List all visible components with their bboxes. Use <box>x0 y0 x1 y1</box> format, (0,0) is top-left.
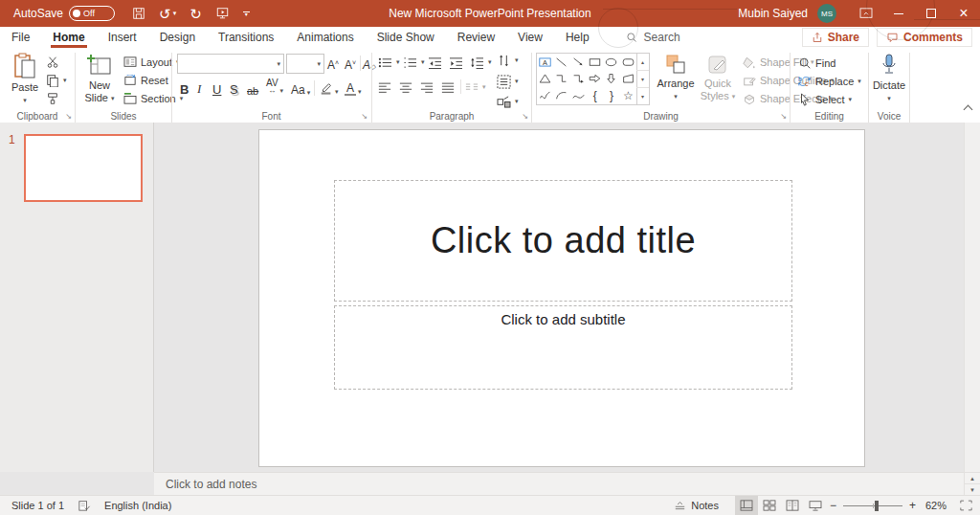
redo-button[interactable]: ↻ <box>189 7 202 21</box>
undo-button[interactable]: ↺ ▾ <box>159 7 176 21</box>
increase-indent-button[interactable] <box>449 54 463 71</box>
convert-to-smartart-button[interactable]: ▾ <box>497 93 519 110</box>
save-button[interactable] <box>132 7 145 20</box>
notes-toggle-button[interactable]: Notes <box>667 496 725 515</box>
zoom-level[interactable]: 62% <box>919 496 953 515</box>
text-shadow-button[interactable]: S <box>230 79 238 97</box>
find-button[interactable]: Find <box>798 55 835 72</box>
tab-view[interactable]: View <box>506 27 554 48</box>
shapes-gallery-scrollbar[interactable]: ▴ ▾ ▾ <box>636 53 650 105</box>
slide-thumbnail[interactable] <box>24 134 143 202</box>
tab-home[interactable]: Home <box>41 27 96 48</box>
slide-sorter-view-button[interactable] <box>758 496 781 515</box>
autosave-control[interactable]: AutoSave Off <box>13 6 115 21</box>
text-direction-button[interactable]: ▾ <box>497 52 519 69</box>
justify-button[interactable] <box>441 78 455 96</box>
restore-button[interactable] <box>915 0 947 27</box>
gallery-more-icon[interactable]: ▾ <box>636 88 649 104</box>
font-name-combobox[interactable]: ▾ <box>177 54 284 74</box>
slide-canvas[interactable]: Click to add title Click to add subtitle <box>258 129 865 467</box>
align-right-button[interactable] <box>420 78 434 96</box>
font-dialog-launcher[interactable]: ↘ <box>361 112 368 121</box>
paragraph-dialog-launcher[interactable]: ↘ <box>522 112 528 121</box>
user-name[interactable]: Mubin Saiyed <box>738 7 808 20</box>
decrease-font-size-button[interactable]: A˅ <box>345 55 356 72</box>
align-center-button[interactable] <box>399 78 412 96</box>
zoom-slider[interactable] <box>843 501 902 511</box>
slide-show-view-button[interactable] <box>804 496 827 515</box>
line-spacing-button[interactable]: ▾ <box>470 54 492 71</box>
share-button[interactable]: Share <box>802 28 869 47</box>
minimize-button[interactable] <box>882 0 915 27</box>
gallery-scroll-up-icon[interactable]: ▴ <box>636 54 649 71</box>
arrange-button[interactable]: Arrange ▾ <box>655 53 697 102</box>
customize-quick-access-toolbar-button[interactable]: ▾ <box>243 11 250 16</box>
spell-check-button[interactable] <box>71 496 98 515</box>
replace-button[interactable]: b c Replace ▾ <box>798 73 861 90</box>
bullets-button[interactable]: ▾ <box>378 54 400 71</box>
decrease-indent-button[interactable] <box>428 54 442 71</box>
quick-styles-button[interactable]: Quick Styles ▾ <box>697 53 739 102</box>
tab-insert[interactable]: Insert <box>97 27 148 48</box>
italic-button[interactable]: I <box>197 79 201 97</box>
close-button[interactable]: × <box>947 0 980 27</box>
cut-button[interactable] <box>46 54 59 71</box>
star-shape-icon: ☆ <box>623 90 634 101</box>
align-text-button[interactable]: ▾ <box>497 73 519 90</box>
font-size-combobox[interactable]: ▾ <box>286 54 324 74</box>
avatar[interactable]: MS <box>817 4 836 23</box>
format-painter-button[interactable] <box>46 90 59 107</box>
increase-indent-icon <box>449 56 463 69</box>
align-left-button[interactable] <box>378 78 391 96</box>
strikethrough-button[interactable]: ab <box>247 79 258 97</box>
character-spacing-button[interactable]: AV ↔ ▾ <box>266 78 283 95</box>
language-indicator[interactable]: English (India) <box>98 496 178 515</box>
tab-file[interactable]: File <box>0 27 41 48</box>
gallery-scroll-down-icon[interactable]: ▾ <box>636 71 649 88</box>
normal-view-button[interactable] <box>735 496 758 515</box>
tab-review[interactable]: Review <box>446 27 506 48</box>
new-slide-label-2: Slide <box>85 92 108 104</box>
paste-button[interactable]: Paste ▾ <box>8 53 42 106</box>
ribbon-display-options-button[interactable] <box>850 0 882 27</box>
comments-button[interactable]: Comments <box>877 28 972 47</box>
increase-font-size-button[interactable]: A˄ <box>327 55 339 72</box>
copy-button[interactable]: ▾ <box>46 72 67 89</box>
select-button[interactable]: Select ▾ <box>798 91 852 108</box>
notes-pane[interactable]: Click to add notes <box>154 472 965 496</box>
clipboard-dialog-launcher[interactable]: ↘ <box>65 112 72 121</box>
subtitle-placeholder[interactable]: Click to add subtitle <box>334 305 792 390</box>
columns-button[interactable]: ▾ <box>465 78 486 96</box>
tab-transitions[interactable]: Transitions <box>207 27 285 48</box>
chevron-down-icon: ▾ <box>396 58 400 66</box>
chevron-down-icon: ▾ <box>63 77 67 84</box>
reading-view-button[interactable] <box>781 496 804 515</box>
slide-indicator[interactable]: Slide 1 of 1 <box>0 496 71 515</box>
zoom-slider-thumb[interactable] <box>875 501 879 511</box>
collapse-ribbon-button[interactable] <box>965 100 971 117</box>
title-placeholder[interactable]: Click to add title <box>334 180 792 302</box>
tab-help[interactable]: Help <box>554 27 601 48</box>
tab-slide-show[interactable]: Slide Show <box>366 27 446 48</box>
dictate-button[interactable]: Dictate ▾ <box>871 53 907 104</box>
underline-button[interactable]: U <box>212 79 221 97</box>
zoom-in-button[interactable]: + <box>906 499 919 512</box>
autosave-toggle[interactable]: Off <box>69 6 115 21</box>
tab-design[interactable]: Design <box>148 27 207 48</box>
reset-button[interactable]: Reset <box>123 72 168 89</box>
change-case-button[interactable]: Aa ▾ <box>291 79 310 97</box>
new-slide-button[interactable]: New Slide ▾ <box>81 53 118 104</box>
shapes-gallery[interactable]: A { } ☆ <box>536 53 637 105</box>
align-right-icon <box>420 81 434 94</box>
font-color-button[interactable]: A ▾ <box>345 78 362 96</box>
text-highlight-color-button[interactable]: ▾ <box>320 78 339 96</box>
bold-button[interactable]: B <box>180 79 189 97</box>
start-from-beginning-button[interactable] <box>215 7 230 20</box>
tab-animations[interactable]: Animations <box>285 27 365 48</box>
numbering-button[interactable]: ▾ <box>403 54 425 71</box>
search-input[interactable]: Search <box>626 31 680 44</box>
zoom-out-button[interactable]: − <box>827 499 839 512</box>
vertical-scrollbar[interactable]: ▴ ▾ <box>964 123 980 496</box>
drawing-dialog-launcher[interactable]: ↘ <box>780 112 787 121</box>
fit-slide-to-window-button[interactable] <box>953 496 980 515</box>
